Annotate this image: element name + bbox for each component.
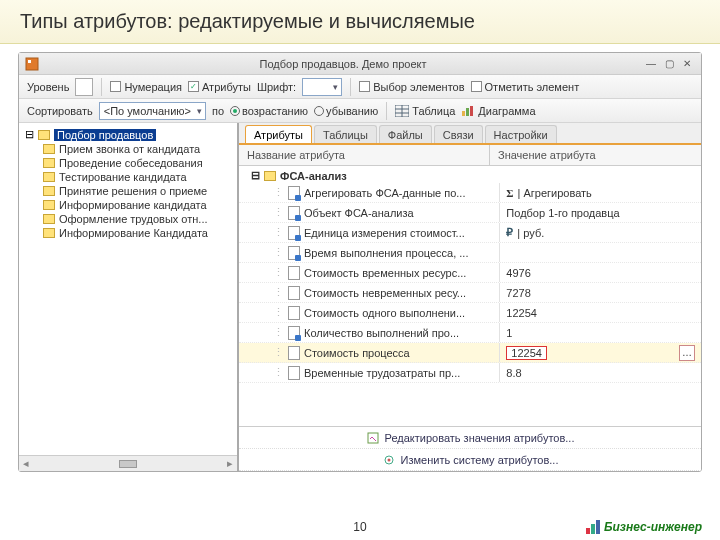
tree-item[interactable]: Прием звонка от кандидата	[23, 142, 233, 156]
edit-values-label: Редактировать значения атрибутов...	[385, 432, 575, 444]
tree-item[interactable]: Информирование Кандидата	[23, 226, 233, 240]
svg-rect-14	[596, 520, 600, 534]
attr-row[interactable]: ⋮Время выполнения процесса, ...	[239, 243, 701, 263]
window-title: Подбор продавцов. Демо проект	[45, 58, 641, 70]
svg-rect-8	[470, 106, 473, 116]
tab-attributes[interactable]: Атрибуты	[245, 125, 312, 143]
sort-field-combo[interactable]: <По умолчанию>	[99, 102, 206, 120]
minimize-button[interactable]: —	[643, 57, 659, 71]
attr-value: 7278	[506, 287, 530, 299]
attr-name: Стоимость одного выполнени...	[304, 307, 465, 319]
attr-name: Стоимость временных ресурс...	[304, 267, 466, 279]
attr-name: Время выполнения процесса, ...	[304, 247, 468, 259]
attr-value: 12254	[506, 307, 537, 319]
tree-item-label: Прием звонка от кандидата	[59, 143, 200, 155]
change-system-label: Изменить систему атрибутов...	[401, 454, 559, 466]
group-row[interactable]: ⊟ ФСА-анализ	[239, 168, 701, 183]
tree-line: ⋮	[273, 206, 284, 219]
tree-item[interactable]: Проведение собеседования	[23, 156, 233, 170]
sort-desc-label: убыванию	[326, 105, 378, 117]
tree-line: ⋮	[273, 186, 284, 199]
tab-links[interactable]: Связи	[434, 125, 483, 143]
tree[interactable]: ⊟ Подбор продавцов Прием звонка от канди…	[19, 123, 237, 455]
tree-item[interactable]: Принятие решения о приеме	[23, 184, 233, 198]
select-elements-checkbox[interactable]: Выбор элементов	[359, 81, 464, 93]
brand-label: Бизнес-инженер	[604, 520, 702, 534]
group-label: ФСА-анализ	[280, 170, 347, 182]
h-scrollbar[interactable]: ◂ ▸	[19, 455, 237, 471]
readonly-icon	[288, 366, 300, 380]
attr-name: Количество выполнений про...	[304, 327, 459, 339]
tab-settings[interactable]: Настройки	[485, 125, 557, 143]
svg-rect-1	[28, 60, 31, 63]
folder-icon	[38, 130, 50, 140]
attr-name: Объект ФСА-анализа	[304, 207, 414, 219]
folder-icon	[264, 171, 276, 181]
svg-rect-7	[466, 108, 469, 116]
tree-root-label: Подбор продавцов	[54, 129, 156, 141]
tree-root[interactable]: ⊟ Подбор продавцов	[23, 127, 233, 142]
change-system-button[interactable]: Изменить систему атрибутов...	[239, 449, 701, 471]
editable-icon	[288, 326, 300, 340]
ellipsis-button[interactable]: …	[679, 345, 695, 361]
tree-item-label: Проведение собеседования	[59, 157, 203, 169]
tree-item[interactable]: Оформление трудовых отн...	[23, 212, 233, 226]
mark-element-checkbox[interactable]: Отметить элемент	[471, 81, 580, 93]
readonly-icon	[288, 286, 300, 300]
editable-icon	[288, 246, 300, 260]
tree-line: ⋮	[273, 366, 284, 379]
col-value-header[interactable]: Значение атрибута	[490, 145, 701, 165]
readonly-icon	[288, 306, 300, 320]
mark-element-label: Отметить элемент	[485, 81, 580, 93]
actions-bar: Редактировать значения атрибутов... Изме…	[239, 426, 701, 471]
col-name-header[interactable]: Название атрибута	[239, 145, 490, 165]
slide-title: Типы атрибутов: редактируемые и вычисляе…	[0, 0, 720, 44]
tree-line: ⋮	[273, 266, 284, 279]
collapse-icon[interactable]: ⊟	[25, 128, 34, 141]
tree-item-label: Информирование Кандидата	[59, 227, 208, 239]
level-label: Уровень	[27, 81, 69, 93]
maximize-button[interactable]: ▢	[661, 57, 677, 71]
by-label: по	[212, 105, 224, 117]
left-pane: ⊟ Подбор продавцов Прием звонка от канди…	[19, 123, 239, 471]
numbering-checkbox[interactable]: Нумерация	[110, 81, 182, 93]
svg-rect-13	[591, 524, 595, 534]
table-view-button[interactable]: Таблица	[395, 105, 455, 117]
readonly-icon	[288, 266, 300, 280]
level-spinner[interactable]	[75, 78, 93, 96]
attr-value: 1	[506, 327, 512, 339]
tab-tables[interactable]: Таблицы	[314, 125, 377, 143]
close-button[interactable]: ✕	[679, 57, 695, 71]
attr-row[interactable]: ⋮Стоимость одного выполнени...12254	[239, 303, 701, 323]
svg-point-11	[387, 458, 390, 461]
attr-value: | руб.	[517, 227, 544, 239]
currency-icon: ₽	[506, 226, 513, 239]
folder-icon	[43, 144, 55, 154]
edit-values-button[interactable]: Редактировать значения атрибутов...	[239, 427, 701, 449]
tree-item[interactable]: Тестирование кандидата	[23, 170, 233, 184]
tree-line: ⋮	[273, 326, 284, 339]
chart-view-button[interactable]: Диаграмма	[461, 105, 535, 117]
folder-icon	[43, 158, 55, 168]
attr-row[interactable]: ⋮Единица измерения стоимост...₽ | руб.	[239, 223, 701, 243]
attr-row[interactable]: ⋮Агрегировать ФСА-данные по...Σ | Агреги…	[239, 183, 701, 203]
attr-row[interactable]: ⋮Количество выполнений про...1	[239, 323, 701, 343]
attr-row[interactable]: ⋮Стоимость невременных ресу...7278	[239, 283, 701, 303]
tree-item[interactable]: Информирование кандидата	[23, 198, 233, 212]
attr-row[interactable]: ⋮Стоимость временных ресурс...4976	[239, 263, 701, 283]
attr-name: Временные трудозатраты пр...	[304, 367, 460, 379]
tree-line: ⋮	[273, 286, 284, 299]
attr-value: | Агрегировать	[518, 187, 592, 199]
attr-row[interactable]: ⋮Стоимость процесса12254…	[239, 343, 701, 363]
attr-row[interactable]: ⋮Временные трудозатраты пр...8.8	[239, 363, 701, 383]
tab-files[interactable]: Файлы	[379, 125, 432, 143]
expand-icon[interactable]: ⊟	[245, 169, 260, 182]
attr-name: Стоимость невременных ресу...	[304, 287, 466, 299]
svg-rect-6	[462, 111, 465, 116]
attr-value: 4976	[506, 267, 530, 279]
sort-asc-radio[interactable]: возрастанию	[230, 105, 308, 117]
attributes-checkbox[interactable]: ✓Атрибуты	[188, 81, 251, 93]
sort-desc-radio[interactable]: убыванию	[314, 105, 378, 117]
font-combo[interactable]	[302, 78, 342, 96]
attr-row[interactable]: ⋮Объект ФСА-анализаПодбор 1-го продавца	[239, 203, 701, 223]
